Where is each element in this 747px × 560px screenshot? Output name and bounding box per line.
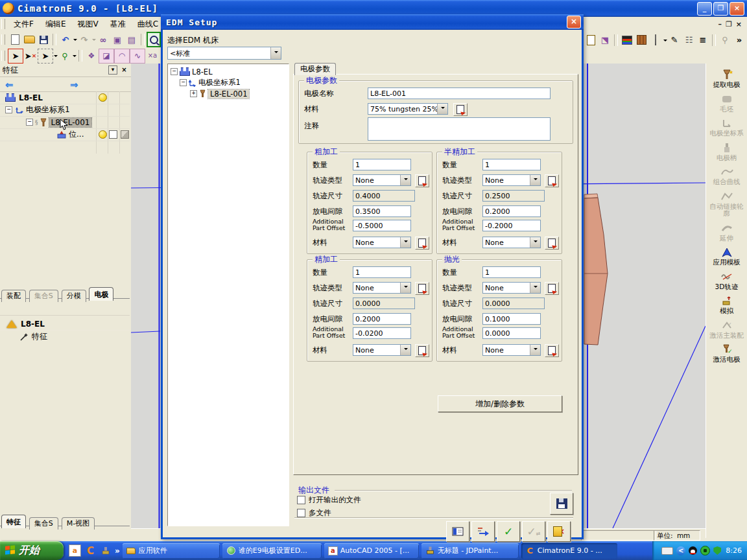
pin-tool-icon[interactable]: ⚲ [718,33,732,47]
stamp-quicklaunch-icon[interactable] [100,545,111,556]
taskbar-item-jdpaint[interactable]: 无标题 - JDPaint... [421,543,519,559]
dropdown-arrow-icon[interactable] [400,345,410,355]
dropdown-arrow-icon[interactable] [400,237,410,248]
copy-feature-icon[interactable]: ▣ [110,33,124,47]
offset-input[interactable] [482,327,541,339]
open-output-checkbox[interactable] [297,496,305,504]
new-file-icon[interactable] [8,33,22,47]
sidebar-item-3d-track[interactable]: 3D轨迹 [707,271,747,291]
pin-select-icon[interactable]: ⚲ [58,49,72,63]
material-edit-icon[interactable] [545,237,559,250]
menu-curve[interactable]: 曲线C [132,17,164,31]
filter-edges-icon[interactable]: ◠ [114,49,130,64]
deselect-icon[interactable]: ➤× [23,49,38,63]
tab-features[interactable]: 特征 [1,515,26,528]
traj-type-dropdown[interactable]: None [353,174,411,186]
sidebar-item-extract-electrode[interactable]: ★ 提取电极 [707,69,747,89]
close-button[interactable]: × [729,2,744,16]
traj-type-dropdown[interactable]: None [353,282,411,294]
nav-forward-icon[interactable]: ⇒ [70,79,78,91]
traj-edit-icon[interactable] [415,174,429,187]
menu-datum[interactable]: 基准 [104,17,132,31]
tree-row-coord-system[interactable]: − 电极坐标系1 [0,104,130,117]
traj-edit-icon[interactable] [545,174,559,187]
tray-clock[interactable]: 8:26 [726,546,742,555]
coord-system-label[interactable]: 电极坐标系1 [26,104,70,115]
screen-capture-icon[interactable] [147,33,161,47]
multi-file-checkbox-row[interactable]: 多文件 [297,508,331,518]
cube-icon[interactable] [121,130,129,139]
export-button[interactable] [471,521,495,542]
traj-edit-icon[interactable] [545,282,559,295]
offset-input[interactable] [482,220,541,231]
machine-select-dropdown[interactable]: <标准 [167,47,281,60]
expand-icon[interactable]: + [190,90,197,97]
qty-input[interactable] [482,266,541,278]
undo-icon[interactable]: ↶ [58,33,73,47]
material-dropdown[interactable]: None [353,237,411,248]
dialog-titlebar[interactable]: EDM Setup × [161,14,584,30]
filter-points-icon[interactable]: ×a [145,49,160,63]
material-dropdown[interactable]: None [482,237,541,248]
ok-button[interactable]: ✓ [497,521,520,542]
menu-file[interactable]: 文件F [8,17,40,31]
pin-icon[interactable]: ▾ [108,65,117,75]
material-dropdown[interactable]: None [353,344,411,356]
mdi-restore-icon[interactable]: ❐ [726,20,732,29]
dropdown-arrow-icon[interactable] [437,104,447,114]
dlg-tree-root-row[interactable]: − L8-EL [171,66,289,77]
dlg-tree-coord-label[interactable]: 电极坐标系1 [198,78,241,88]
start-button[interactable]: 开始 [0,541,64,560]
material-edit-icon[interactable] [415,237,429,250]
offset-input[interactable] [353,220,411,231]
export-doc-icon[interactable] [584,33,598,47]
dropdown-arrow-icon[interactable] [530,175,540,185]
lower-tree-feature-row[interactable]: 特征 [0,331,130,343]
sidebar-item-simulate[interactable]: 模拟 [707,295,747,315]
section-lines-icon[interactable]: ☷ [682,33,696,47]
tab-assembly[interactable]: 装配 [1,290,26,302]
jdpaint-quicklaunch-icon[interactable]: a [69,544,81,557]
shield-tray-icon[interactable] [713,546,721,555]
cube-add-icon[interactable]: ⬔ [598,33,612,47]
spark-gap-input[interactable] [353,313,411,325]
menu-view[interactable]: 视图V [72,17,104,31]
filter-faces-icon[interactable]: ◪ [99,49,114,64]
select-box-icon[interactable]: ➤ [8,49,23,64]
taskbar-item-cimatron[interactable]: C CimatronE 9.0 - ... [521,543,617,559]
dlg-tree-coord-row[interactable]: − 电极坐标系1 [180,77,289,88]
render-settings-icon[interactable] [620,33,634,47]
lower-tree-root-row[interactable]: L8-EL [0,318,130,331]
electrode-name-input[interactable] [368,88,551,99]
material-edit-icon[interactable] [415,344,429,357]
dlg-tree-electrode-label[interactable]: L8-EL-001 [208,89,249,99]
add-remove-params-button[interactable]: 增加/删除参数 [438,395,562,412]
dropdown-arrow-icon[interactable] [400,283,410,293]
spark-gap-input[interactable] [482,313,541,325]
tab-sets[interactable]: 集合S [29,290,58,302]
exit-button[interactable]: × [547,521,571,542]
tab-m-views[interactable]: M-视图 [62,517,95,530]
multi-file-checkbox[interactable] [297,509,305,517]
keyboard-tray-icon[interactable] [661,547,673,555]
collapse-icon[interactable]: − [171,68,178,75]
tab-sets-bottom[interactable]: 集合S [29,517,58,530]
lower-tree-feature-label[interactable]: 特征 [32,331,47,342]
mdi-window-controls[interactable]: – ❐ × [718,20,742,29]
view-glasses-icon[interactable]: ∞ [96,33,110,47]
mdi-close-icon[interactable]: × [736,20,742,29]
taskbar-item-autocad[interactable]: a AutoCAD 2005 - [... [324,543,419,559]
mdi-minimize-icon[interactable]: – [718,20,722,29]
offset-input[interactable] [353,327,411,339]
open-file-icon[interactable] [22,33,36,47]
dropdown-arrow-icon[interactable] [400,175,410,185]
material-edit-icon[interactable] [453,103,468,116]
filter-curves-icon[interactable]: ∿ [130,49,145,64]
tab-electrode-params[interactable]: 电极参数 [294,63,336,75]
quicklaunch-overflow-icon[interactable]: » [115,546,120,555]
dropdown-arrow-icon[interactable] [530,345,540,355]
toolbar-overflow-icon[interactable]: » [732,33,746,47]
dropdown-arrow-icon[interactable] [270,47,281,59]
material-dropdown[interactable]: 75% tungsten 25% C [368,103,448,115]
dialog-close-icon[interactable]: × [567,16,581,29]
